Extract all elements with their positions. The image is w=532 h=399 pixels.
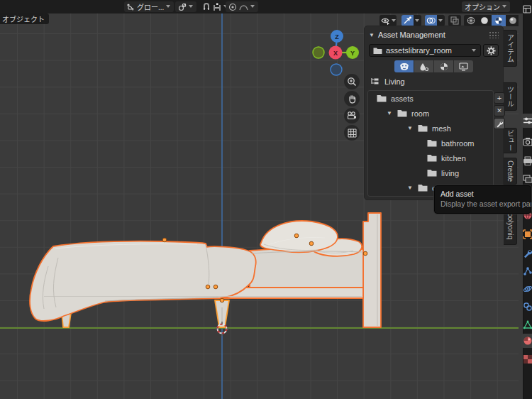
- asset-management-panel: ▼ Asset Management assetslibrary_room: [364, 26, 504, 200]
- 3d-cursor: [215, 322, 229, 336]
- tab-worlds[interactable]: [434, 60, 453, 72]
- tab-object-data[interactable]: [521, 317, 532, 332]
- shading-material-preview-button[interactable]: [492, 15, 506, 26]
- gizmos-toggle[interactable]: [401, 15, 421, 26]
- tab-objects[interactable]: [394, 60, 414, 72]
- chevron-down-icon: [189, 4, 194, 9]
- blender-window: { "header": { "transform_orientation": "…: [0, 0, 532, 399]
- tab-materials[interactable]: [414, 60, 433, 72]
- tree-row-mesh[interactable]: ▼mesh: [368, 121, 493, 136]
- tooltip-description: Display the asset export panel.: [440, 200, 525, 208]
- chevron-down-icon[interactable]: [250, 4, 255, 9]
- tree-row-living[interactable]: living: [368, 165, 493, 180]
- wrench-icon: [496, 120, 504, 128]
- pan-hand-button[interactable]: [344, 91, 360, 106]
- sidebar-tab-tool[interactable]: ツール: [504, 82, 517, 111]
- tab-view-layer[interactable]: [521, 172, 532, 186]
- tab-tool[interactable]: [521, 114, 532, 128]
- asset-library-value: assetslibrary_room: [386, 46, 468, 55]
- panel-title: Asset Management: [378, 31, 445, 39]
- pivot-point-dropdown[interactable]: [175, 1, 196, 12]
- screen-icon: [459, 62, 468, 71]
- asset-library-select[interactable]: assetslibrary_room: [369, 44, 481, 57]
- tooltip-title: Add asset: [440, 190, 525, 198]
- panel-drag-grip[interactable]: [489, 31, 499, 38]
- add-asset-button[interactable]: +: [494, 92, 505, 104]
- navigation-gizmo[interactable]: Z Y X: [309, 26, 362, 80]
- tab-output[interactable]: [521, 153, 532, 168]
- camera-view-button[interactable]: [344, 108, 360, 124]
- options-dropdown[interactable]: オプション: [462, 1, 510, 12]
- options-label: オプション: [465, 1, 500, 12]
- folder-icon: [373, 47, 382, 55]
- material-icon: [419, 62, 428, 71]
- editor-type-button[interactable]: [521, 2, 532, 16]
- collection-row[interactable]: Living: [370, 76, 405, 87]
- tree-row-bathroom[interactable]: bathroom: [368, 136, 493, 151]
- xray-toggle[interactable]: [448, 15, 461, 26]
- gizmo-icon: [401, 15, 414, 26]
- sidebar-tab-view[interactable]: ビュー: [504, 128, 517, 153]
- collection-label: Living: [384, 77, 405, 86]
- shading-rendered-button[interactable]: [506, 15, 519, 26]
- folder-icon: [418, 184, 428, 192]
- pivot-point-icon: [178, 3, 187, 11]
- zoom-button[interactable]: [344, 74, 360, 89]
- tab-constraints[interactable]: [521, 300, 532, 314]
- bed-model[interactable]: [20, 209, 406, 337]
- chevron-down-icon: [166, 4, 171, 9]
- tab-material[interactable]: [521, 334, 532, 348]
- chevron-down-icon: [472, 48, 477, 53]
- gizmo-y-label: Y: [350, 50, 355, 57]
- tools-wrench-button[interactable]: [494, 118, 505, 129]
- sidebar-tab-create[interactable]: Create: [504, 158, 517, 185]
- folder-icon: [427, 139, 437, 147]
- shading-mode-group: [464, 15, 519, 26]
- transform-orientation-dropdown[interactable]: グロー...: [124, 1, 174, 12]
- chevron-down-icon: [392, 18, 397, 23]
- overlays-toggle[interactable]: [425, 15, 445, 26]
- chevron-down-icon[interactable]: [414, 15, 421, 26]
- tree-row-kitchen[interactable]: kitchen: [368, 151, 493, 165]
- bed-pillow-front: [260, 221, 338, 252]
- snap-target-icon[interactable]: [213, 3, 221, 11]
- orthographic-grid-button[interactable]: [344, 125, 360, 141]
- asset-type-tabs: [365, 60, 503, 72]
- shading-wireframe-button[interactable]: [464, 15, 477, 26]
- sidebar-tab-item[interactable]: アイテム: [504, 30, 517, 67]
- tab-physics[interactable]: [521, 282, 532, 296]
- falloff-curve-icon[interactable]: [239, 3, 248, 11]
- tab-render[interactable]: [521, 134, 532, 148]
- viewport-header: グロー... オプション: [0, 0, 523, 13]
- library-settings-button[interactable]: [483, 44, 499, 57]
- chevron-down-icon[interactable]: [437, 15, 445, 26]
- tree-row-room[interactable]: ▼room: [368, 106, 493, 121]
- monkey-icon: [399, 62, 409, 71]
- tree-row-assets[interactable]: assets: [368, 91, 493, 106]
- tab-screens[interactable]: [454, 60, 473, 72]
- tab-particles[interactable]: [521, 264, 532, 278]
- asset-tree: assets ▼room ▼mesh bathroom kitchen livi…: [367, 90, 494, 197]
- tooltip: Add asset Display the asset export panel…: [434, 185, 531, 214]
- tab-object[interactable]: [521, 227, 532, 241]
- selectability-dropdown[interactable]: [379, 15, 397, 26]
- proportional-edit-icon[interactable]: [228, 3, 237, 11]
- remove-asset-button[interactable]: ✕: [494, 105, 505, 116]
- snap-magnet-icon[interactable]: [202, 3, 211, 11]
- bed-headboard: [363, 213, 381, 327]
- folder-icon: [397, 109, 407, 117]
- folder-icon: [377, 94, 387, 102]
- tab-modifiers[interactable]: [521, 246, 532, 261]
- gizmo-z-label: Z: [335, 33, 339, 40]
- panel-collapse-caret[interactable]: ▼: [369, 32, 375, 38]
- tab-texture[interactable]: [521, 352, 532, 366]
- mode-label: オブジェクト: [0, 13, 49, 24]
- shading-solid-button[interactable]: [477, 15, 492, 26]
- gizmo-neg-y-ball: [313, 47, 324, 58]
- selectability-icon: [379, 15, 392, 26]
- gizmo-neg-z-ball: [331, 64, 342, 75]
- z-axis-line: [221, 13, 223, 399]
- proportional-edit-group: [226, 1, 258, 12]
- orientation-axes-icon: [127, 3, 135, 11]
- folder-icon: [427, 169, 437, 177]
